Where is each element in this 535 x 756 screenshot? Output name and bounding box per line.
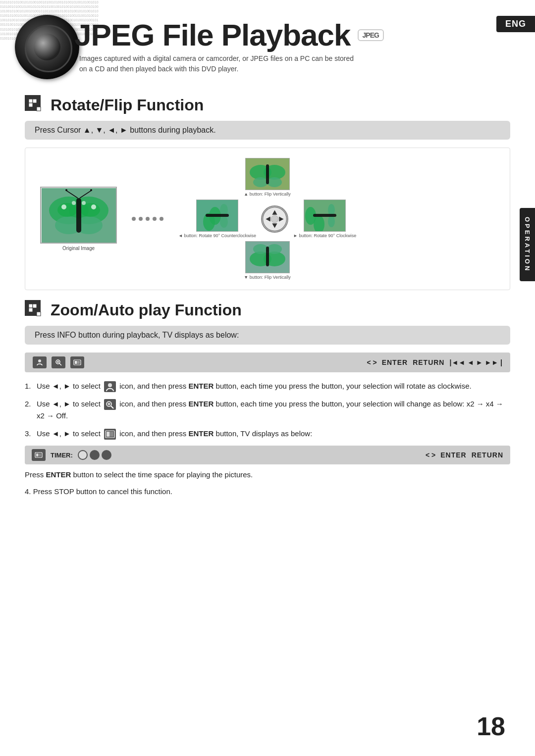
svg-rect-15: [37, 107, 41, 111]
timer-circle-2: [90, 450, 100, 460]
flip-down-container: ▼ button: Flip Vertically: [244, 241, 290, 280]
title-area: JPEG File Playback JPEG Images captured …: [74, 20, 384, 74]
stop-note: 4. Press STOP button to cancel this func…: [25, 486, 510, 498]
svg-rect-63: [29, 300, 33, 304]
svg-rect-91: [104, 399, 116, 410]
control-arrows: < >: [367, 358, 376, 366]
flip-up-label: ▲ button: Flip Vertically: [244, 192, 290, 197]
rotate-instruction: Press Cursor ▲, ▼, ◄, ► buttons during p…: [25, 121, 510, 140]
inline-rotate-icon: [104, 381, 116, 392]
original-image-container: Original Image: [40, 187, 117, 251]
timer-circles: [78, 450, 111, 460]
dot: [160, 217, 163, 221]
inline-slideshow-icon: [104, 429, 116, 440]
timer-bar-slideshow-icon: [32, 449, 46, 461]
svg-rect-12: [25, 107, 29, 111]
timer-return: RETURN: [472, 451, 503, 459]
svg-point-79: [38, 359, 41, 362]
svg-rect-11: [37, 103, 41, 107]
operation-tab: OPERATION: [520, 208, 535, 281]
svg-point-29: [72, 201, 76, 205]
svg-point-42: [220, 216, 228, 228]
svg-point-28: [61, 204, 66, 209]
rotate-left-svg: [197, 200, 238, 231]
svg-rect-8: [25, 103, 29, 107]
rotate-section-header: Rotate/Flip Function: [25, 95, 510, 115]
to-select-1: to select: [73, 382, 101, 390]
rotate-left-label: ◄ button: Rotate 90° Counterclockwise: [178, 233, 256, 238]
svg-rect-61: [266, 247, 269, 266]
svg-rect-74: [25, 312, 29, 316]
flip-up-svg: [246, 158, 289, 190]
rotate-icon-svg: [35, 358, 44, 366]
control-return: RETURN: [413, 358, 444, 366]
direction-grid: ▲ button: Flip Vertically ◄ but: [178, 158, 356, 280]
original-image: [40, 187, 117, 244]
svg-rect-62: [25, 300, 29, 304]
svg-rect-75: [29, 312, 33, 316]
rotate-left-container: ◄ button: Rotate 90° Counterclockwise: [178, 200, 256, 238]
dots-separator: [132, 217, 163, 221]
svg-point-35: [253, 177, 268, 187]
svg-point-31: [82, 201, 86, 205]
list-content-1: Use ◄, ► to select icon, and then press …: [37, 380, 510, 392]
flip-down-label: ▼ button: Flip Vertically: [244, 275, 290, 280]
title-text: JPEG File Playback: [74, 20, 351, 50]
list-num-3: 3.: [25, 428, 35, 440]
control-enter: ENTER: [382, 358, 408, 366]
main-title: JPEG File Playback JPEG: [74, 20, 384, 50]
rotate-left-image: [196, 200, 238, 232]
svg-rect-77: [37, 312, 41, 316]
dot: [132, 217, 136, 221]
timer-circle-1: [78, 450, 88, 460]
timer-enter: ENTER: [440, 451, 466, 459]
svg-rect-76: [33, 312, 37, 316]
svg-rect-9: [29, 103, 33, 107]
rotate-right-svg: [304, 200, 345, 231]
svg-rect-1: [29, 95, 33, 99]
svg-rect-4: [33, 95, 37, 99]
dot: [153, 217, 157, 221]
list-item-1: 1. Use ◄, ► to select icon, and then pre…: [25, 380, 510, 392]
to-select-3: to select: [73, 429, 101, 438]
list-content-2: Use ◄, ► to select icon, and then press …: [37, 398, 510, 422]
timer-arrows: < >: [426, 451, 435, 459]
middle-row: ◄ button: Rotate 90° Counterclockwise: [178, 200, 356, 238]
camera-logo: [15, 15, 79, 79]
svg-rect-10: [33, 103, 37, 107]
svg-point-30: [91, 204, 96, 209]
control-slideshow-icon: [70, 356, 84, 368]
rotate-right-container: ► button: Rotate 90° Clockwise: [293, 200, 356, 238]
flip-down-svg: [246, 242, 289, 273]
press-enter-text: Press ENTER button to select the time sp…: [25, 469, 510, 481]
svg-rect-43: [206, 214, 229, 217]
butterfly-svg: [42, 188, 116, 243]
rotate-section-title: Rotate/Flip Function: [51, 96, 204, 114]
dot: [146, 217, 150, 221]
nav-circle-svg: [262, 205, 287, 233]
control-rotate-icon: [33, 356, 47, 368]
timer-slideshow-svg: [34, 451, 43, 459]
svg-rect-23: [76, 198, 81, 233]
list-num-2: 2.: [25, 398, 35, 410]
original-image-label: Original Image: [62, 246, 95, 251]
svg-rect-6: [33, 99, 37, 103]
flip-up-image: [245, 158, 290, 190]
svg-rect-73: [37, 308, 41, 312]
svg-point-59: [253, 244, 268, 254]
svg-point-27: [90, 189, 92, 191]
header-subtitle: Images captured with a digital camera or…: [79, 53, 357, 74]
svg-rect-5: [37, 95, 41, 99]
svg-rect-72: [33, 308, 37, 312]
svg-rect-13: [29, 107, 33, 111]
page-number: 18: [477, 711, 505, 741]
svg-point-54: [328, 215, 335, 227]
rotate-section-icon: [25, 95, 45, 115]
control-bar: < > ENTER RETURN |◄◄ ◄ ► ►► |: [25, 353, 510, 372]
svg-rect-99: [107, 432, 109, 437]
rotate-diagram: Original Image ▲ button: Flip Vertically: [25, 148, 510, 290]
zoom-section-title: Zoom/Auto play Function: [51, 301, 242, 319]
svg-rect-71: [29, 308, 33, 312]
svg-point-60: [267, 244, 282, 254]
press-enter-rest: button to select the time space for play…: [73, 470, 253, 479]
